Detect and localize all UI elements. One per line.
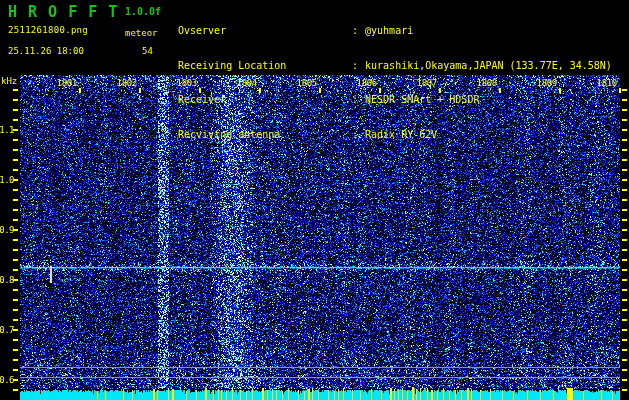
y-tick-label: 1.0 [0,175,14,185]
y-tick-label: 0.9 [0,225,14,235]
x-tick-label: 1806 [350,78,377,88]
y-axis-unit: kHz [1,76,17,86]
y-tick-label: 1.1 [0,125,14,135]
info-row-location: Receiving Location:kurashiki,Okayama,JAP… [178,60,612,73]
output-filename: 2511261800.png [8,25,88,35]
x-tick-label: 1803 [170,78,197,88]
sample-count: 54 [142,46,153,56]
info-value: kurashiki,Okayama,JAPAN (133.77E, 34.58N… [365,60,612,71]
info-value: @yuhmari [365,25,413,36]
x-tick-label: 1809 [530,78,557,88]
info-colon: : [352,129,358,140]
info-colon: : [352,60,358,71]
info-colon: : [352,25,358,36]
info-row-antenna: Recviving antenna:Radix RY-62V [178,129,612,142]
x-tick-label: 1804 [230,78,257,88]
y-tick-label: 0.6 [0,375,14,385]
x-tick-label: 1808 [470,78,497,88]
x-tick-label: 1802 [110,78,137,88]
x-tick-label: 1810 [590,78,617,88]
app-title: H R O F F T [8,3,118,21]
y-tick-label: 0.8 [0,275,14,285]
info-label: Ovserver [178,25,352,38]
info-label: Receiving Location [178,60,352,73]
x-tick-label: 1805 [290,78,317,88]
x-tick-label: 1807 [410,78,437,88]
hrofft-screen: H R O F F T 1.0.0f 2511261800.png meteor… [0,0,629,400]
observation-timestamp: 25.11.26 18:00 [8,46,84,56]
x-tick-label: 1801 [50,78,77,88]
info-row-receiver: Receiver:NESDR SMArt + HDSDR [178,94,612,107]
info-value: Radix RY-62V [365,129,437,140]
info-row-observer: Ovserver:@yuhmari [178,25,612,38]
observation-mode-label: meteor [125,28,158,38]
info-colon: : [352,94,358,105]
y-tick-label: 0.7 [0,325,14,335]
info-label: Receiver [178,94,352,107]
app-version: 1.0.0f [125,6,161,17]
info-value: NESDR SMArt + HDSDR [365,94,479,105]
info-label: Recviving antenna [178,129,352,142]
